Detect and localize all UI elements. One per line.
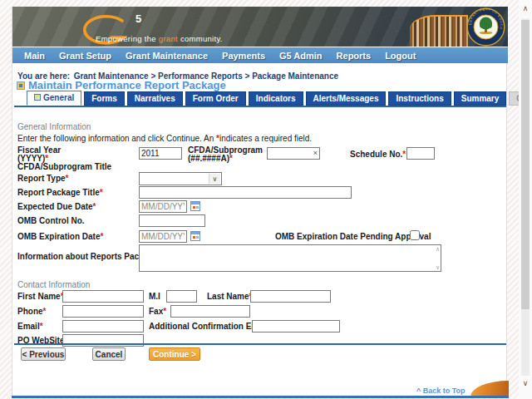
tab-bar: General Forms Narratives Form Order Indi… — [27, 91, 532, 106]
scrollbar-thumb[interactable] — [521, 20, 530, 309]
additional-email-label: Additional Confirmation Email — [149, 322, 268, 331]
phone-label: Phone* — [17, 307, 46, 316]
scroll-up-icon[interactable]: ∧ — [436, 246, 440, 252]
report-package-title-input[interactable] — [139, 186, 352, 199]
previous-button[interactable]: < Previous — [21, 347, 66, 361]
tab-form-order[interactable]: Form Order — [185, 91, 246, 106]
caret-up-icon: ^ — [416, 387, 421, 395]
nav-item-main[interactable]: Main — [24, 51, 45, 61]
cfda-input-wrap: × — [267, 147, 320, 160]
nav-item-payments[interactable]: Payments — [222, 51, 265, 61]
continue-button[interactable]: Continue > — [149, 347, 200, 361]
g5-application-window: 5 Empowering the grant community. DEPART… — [0, 0, 532, 399]
main-nav: Main Grant Setup Grant Maintenance Payme… — [12, 47, 508, 63]
middle-initial-input[interactable] — [166, 290, 197, 303]
last-name-input[interactable] — [250, 290, 331, 303]
general-tab-icon — [34, 94, 41, 101]
header-banner: 5 Empowering the grant community. DEPART… — [12, 7, 508, 47]
first-name-label: First Name* — [17, 292, 64, 301]
nav-item-reports[interactable]: Reports — [337, 51, 372, 61]
cfda-label-2: (##.####A)* — [188, 154, 233, 163]
phone-input[interactable] — [62, 305, 144, 318]
last-name-label: Last Name* — [207, 292, 252, 301]
first-name-input[interactable] — [62, 290, 144, 303]
page-title: Maintain Performance Report Package — [28, 79, 226, 91]
fax-input[interactable] — [170, 305, 250, 318]
middle-initial-label: M.I — [149, 292, 160, 301]
tab-narratives[interactable]: Narratives — [127, 91, 183, 106]
tab-divider-rule — [14, 106, 506, 107]
tab-instructions[interactable]: Instructions — [388, 91, 451, 106]
package-info-textarea-wrap: ∧ ∨ — [139, 244, 441, 272]
general-section-label: General Information — [17, 122, 91, 131]
report-package-title-label: Report Package Title* — [17, 188, 103, 197]
scrollbar-down-icon[interactable]: ∨ — [519, 379, 532, 387]
contact-section-label: Contact Information — [17, 280, 90, 289]
cfda-title-label: CFDA/Subprogram Title — [17, 162, 111, 171]
calendar-icon[interactable] — [190, 201, 200, 211]
calendar-icon[interactable] — [190, 231, 200, 241]
report-type-select[interactable]: ∨ — [139, 172, 222, 185]
schedule-no-label: Schedule No.* — [350, 150, 406, 159]
package-info-textarea[interactable] — [140, 245, 441, 271]
nav-item-g5-admin[interactable]: G5 Admin — [279, 51, 323, 61]
scrollbar-up-icon[interactable]: ∧ — [519, 4, 532, 12]
expected-due-date-label: Expected Due Date* — [17, 202, 96, 211]
chevron-down-icon: ∨ — [209, 174, 220, 184]
bookshelf-photo — [410, 15, 468, 47]
omb-control-no-input[interactable] — [139, 214, 205, 227]
expected-due-date-input[interactable] — [139, 200, 187, 213]
nav-item-logout[interactable]: Logout — [385, 51, 416, 61]
tagline: Empowering the grant community. — [96, 34, 223, 43]
additional-email-input[interactable] — [252, 320, 340, 332]
package-info-label: Information about Reports Package — [17, 252, 158, 261]
tab-alerts-messages[interactable]: Alerts/Messages — [306, 91, 387, 106]
omb-expiration-date-input[interactable] — [139, 230, 187, 243]
page-title-icon — [17, 81, 25, 90]
tab-general[interactable]: General — [27, 91, 81, 106]
email-label: Email* — [17, 322, 43, 331]
back-to-top-link[interactable]: ^ Back to Top — [416, 387, 466, 395]
schedule-no-input[interactable] — [406, 147, 435, 160]
omb-control-no-label: OMB Control No. — [17, 216, 85, 225]
cancel-button[interactable]: Cancel — [92, 347, 126, 361]
bottom-blue-rule — [12, 396, 509, 398]
fiscal-year-input[interactable] — [139, 147, 182, 160]
content-area: 5 Empowering the grant community. DEPART… — [12, 7, 507, 397]
instructions-text: Enter the following information and clic… — [17, 134, 312, 143]
scroll-down-icon[interactable]: ∨ — [436, 264, 440, 270]
nav-item-grant-setup[interactable]: Grant Setup — [59, 51, 111, 61]
email-input[interactable] — [62, 320, 144, 332]
fax-label: Fax* — [149, 307, 166, 316]
tab-forms[interactable]: Forms — [84, 91, 125, 106]
clear-field-icon[interactable]: × — [313, 149, 318, 157]
department-of-education-seal: DEPARTMENT OF EDUCATION — [466, 7, 505, 47]
omb-pending-approval-checkbox[interactable] — [410, 230, 420, 240]
report-type-label: Report Type* — [17, 174, 69, 183]
vertical-scrollbar: ∧ ∨ — [519, 0, 532, 399]
g5-logo-number: 5 — [135, 12, 141, 25]
tab-indicators[interactable]: Indicators — [249, 91, 303, 106]
cfda-input[interactable] — [267, 147, 320, 160]
omb-expiration-date-label: OMB Expiration Date* — [17, 232, 103, 241]
tab-summary[interactable]: Summary — [454, 91, 507, 106]
footer-divider-rule — [14, 343, 506, 345]
nav-item-grant-maintenance[interactable]: Grant Maintenance — [126, 51, 208, 61]
omb-pending-approval-label: OMB Expiration Date Pending Approval — [275, 232, 431, 241]
